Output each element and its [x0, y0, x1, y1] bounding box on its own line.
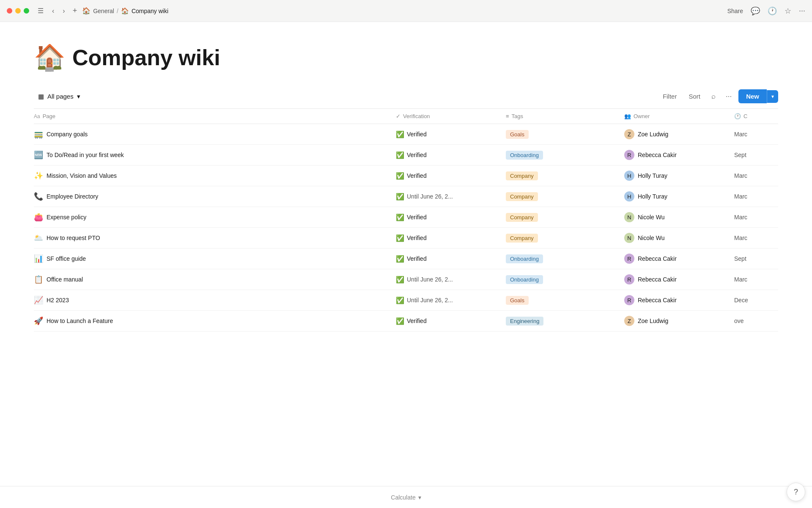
verified-check-icon: ✅ [396, 193, 404, 201]
owner-cell: R Rebecca Cakir [617, 290, 727, 310]
favorite-button[interactable]: ☆ [785, 6, 791, 16]
back-button[interactable]: ‹ [50, 6, 56, 16]
owner-info: H Holly Turay [624, 191, 667, 202]
breadcrumb-separator: / [117, 8, 118, 14]
page-row-icon: 📈 [34, 295, 43, 305]
sort-button[interactable]: Sort [684, 90, 705, 102]
owner-name: Zoe Ludwig [638, 318, 668, 324]
table-row[interactable]: 🌥️ How to request PTO ✅Verified Company … [34, 228, 778, 248]
verified-check-icon: ✅ [396, 276, 404, 284]
tag-badge[interactable]: Company [506, 234, 538, 243]
help-button[interactable]: ? [787, 483, 805, 501]
tag-badge[interactable]: Goals [506, 296, 529, 305]
tags-col-icon: ≡ [506, 113, 509, 119]
avatar: R [624, 254, 634, 264]
table-row[interactable]: 📊 SF office guide ✅Verified Onboarding R… [34, 248, 778, 269]
page-cell: 📈 H2 2023 [34, 290, 389, 310]
new-button[interactable]: New [738, 89, 767, 103]
page-row-icon: 🌥️ [34, 233, 43, 243]
owner-info: R Rebecca Cakir [624, 274, 677, 284]
more-options-toolbar-button[interactable]: ··· [722, 90, 735, 103]
breadcrumb-parent[interactable]: General [93, 8, 114, 14]
column-header-verification[interactable]: ✓ Verification [389, 109, 499, 124]
owner-name: Rebecca Cakir [638, 276, 677, 283]
verification-label: Verified [407, 235, 427, 241]
column-header-tags[interactable]: ≡ Tags [499, 109, 617, 124]
owner-name: Nicole Wu [638, 214, 665, 221]
share-button[interactable]: Share [727, 8, 743, 14]
page-row-icon: 🚀 [34, 316, 43, 326]
table-row[interactable]: 📞 Employee Directory ✅Until June 26, 2..… [34, 186, 778, 207]
tags-cell: Company [499, 166, 617, 186]
avatar: N [624, 212, 634, 222]
verified-check-icon: ✅ [396, 296, 404, 304]
verified-check-icon: ✅ [396, 255, 404, 263]
avatar: H [624, 191, 634, 202]
owner-name: Holly Turay [638, 172, 667, 179]
tag-badge[interactable]: Company [506, 192, 538, 201]
table-row[interactable]: 🆕 To Do/Read in your first week ✅Verifie… [34, 145, 778, 166]
toolbar: ▦ All pages ▾ Filter Sort ⌕ ··· New ▾ [34, 89, 778, 103]
close-button[interactable] [7, 8, 12, 14]
owner-cell: N Nicole Wu [617, 228, 727, 248]
verification-cell: ✅Until June 26, 2... [389, 290, 499, 310]
verification-badge: ✅Verified [396, 151, 427, 159]
avatar: H [624, 171, 634, 181]
verification-label: Verified [407, 214, 427, 221]
table-row[interactable]: 🚀 How to Launch a Feature ✅Verified Engi… [34, 311, 778, 331]
filter-button[interactable]: Filter [658, 90, 681, 102]
table-row[interactable]: ✨ Mission, Vision and Values ✅Verified C… [34, 166, 778, 186]
verification-label: Until June 26, 2... [407, 193, 453, 200]
table-row[interactable]: 📋 Office manual ✅Until June 26, 2... Onb… [34, 269, 778, 290]
main-content: 🏠 Company wiki ▦ All pages ▾ Filter Sort… [0, 22, 812, 331]
calculate-button[interactable]: Calculate ▾ [391, 494, 421, 501]
search-button[interactable]: ⌕ [708, 90, 719, 103]
date-cell: Marc [727, 166, 778, 186]
tags-cell: Company [499, 228, 617, 248]
owner-info: N Nicole Wu [624, 233, 665, 243]
new-button-chevron[interactable]: ▾ [767, 90, 778, 103]
owner-info: H Holly Turay [624, 171, 667, 181]
tag-badge[interactable]: Company [506, 171, 538, 180]
tag-badge[interactable]: Onboarding [506, 254, 543, 263]
breadcrumb: 🏠 General / 🏠 Company wiki [82, 7, 722, 15]
new-tab-button[interactable]: + [73, 6, 77, 15]
verification-cell: ✅Verified [389, 311, 499, 331]
avatar: R [624, 150, 634, 160]
tag-badge[interactable]: Company [506, 213, 538, 222]
column-header-page[interactable]: Aa Page [34, 109, 389, 124]
owner-info: N Nicole Wu [624, 212, 665, 222]
owner-name: Rebecca Cakir [638, 255, 677, 262]
new-button-container: New ▾ [738, 89, 778, 103]
calculate-chevron-icon: ▾ [418, 494, 421, 501]
verification-label: Until June 26, 2... [407, 276, 453, 283]
column-header-owner[interactable]: 👥 Owner [617, 109, 727, 124]
table-row[interactable]: 🚃 Company goals ✅Verified Goals Z Zoe Lu… [34, 124, 778, 145]
forward-button[interactable]: › [61, 6, 66, 16]
maximize-button[interactable] [24, 8, 29, 14]
tags-col-label: Tags [512, 113, 523, 119]
verification-cell: ✅Verified [389, 228, 499, 248]
column-header-date[interactable]: 🕐 C [727, 109, 778, 124]
footer: Calculate ▾ [0, 486, 812, 508]
comment-button[interactable]: 💬 [751, 6, 760, 16]
view-selector-button[interactable]: ▦ All pages ▾ [34, 90, 85, 103]
more-options-button[interactable]: ··· [799, 6, 805, 15]
verified-check-icon: ✅ [396, 317, 404, 325]
tag-badge[interactable]: Goals [506, 130, 529, 139]
tag-badge[interactable]: Engineering [506, 317, 543, 326]
tag-badge[interactable]: Onboarding [506, 275, 543, 284]
verification-cell: ✅Verified [389, 145, 499, 165]
minimize-button[interactable] [15, 8, 21, 14]
table-row[interactable]: 📈 H2 2023 ✅Until June 26, 2... Goals R R… [34, 290, 778, 311]
owner-info: R Rebecca Cakir [624, 295, 677, 305]
page-row-icon: 📋 [34, 275, 43, 284]
table-row[interactable]: 👛 Expense policy ✅Verified Company N Nic… [34, 207, 778, 228]
sidebar-toggle-button[interactable]: ☰ [36, 6, 45, 16]
page-cell: 🚃 Company goals [34, 124, 389, 144]
history-button[interactable]: 🕐 [768, 6, 777, 16]
verification-cell: ✅Verified [389, 248, 499, 269]
tag-badge[interactable]: Onboarding [506, 151, 543, 160]
avatar: N [624, 233, 634, 243]
table-rows: 🚃 Company goals ✅Verified Goals Z Zoe Lu… [34, 124, 778, 331]
